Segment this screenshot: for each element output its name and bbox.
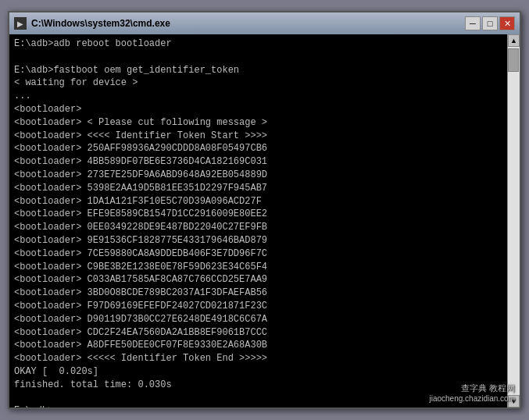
title-bar: ▶ C:\Windows\system32\cmd.exe ─ □ ✕ [9, 12, 520, 34]
scroll-up-button[interactable]: ▲ [508, 34, 520, 47]
cmd-window: ▶ C:\Windows\system32\cmd.exe ─ □ ✕ E:\a… [8, 11, 521, 409]
scroll-track[interactable] [508, 47, 520, 395]
maximize-button[interactable]: □ [482, 16, 498, 30]
window-title: C:\Windows\system32\cmd.exe [31, 18, 170, 29]
console-output[interactable]: E:\adb>adb reboot bootloader E:\adb>fast… [9, 34, 507, 408]
title-bar-buttons: ─ □ ✕ [465, 16, 515, 30]
scrollbar[interactable]: ▲ ▼ [507, 34, 520, 408]
minimize-button[interactable]: ─ [465, 16, 481, 30]
cmd-icon: ▶ [14, 17, 27, 30]
watermark-line2: jiaocheng.chazidian.com [429, 394, 515, 403]
scroll-thumb[interactable] [508, 48, 519, 72]
watermark: 查字典 教程网 jiaocheng.chazidian.com [429, 383, 515, 403]
console-area: E:\adb>adb reboot bootloader E:\adb>fast… [9, 34, 520, 408]
title-bar-left: ▶ C:\Windows\system32\cmd.exe [14, 17, 170, 30]
close-button[interactable]: ✕ [499, 16, 515, 30]
watermark-line1: 查字典 教程网 [461, 383, 515, 394]
console-text-block: E:\adb>adb reboot bootloader E:\adb>fast… [14, 37, 502, 408]
